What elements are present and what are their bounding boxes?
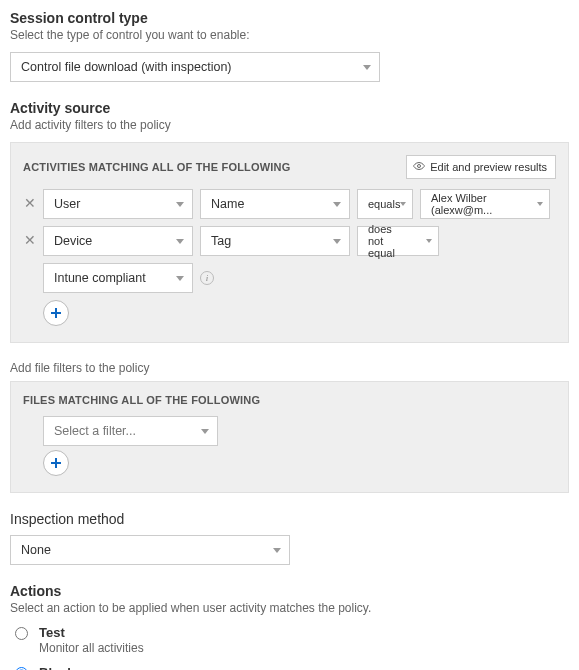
inspection-section: Inspection method None [10,511,569,565]
svg-point-0 [418,165,421,168]
plus-icon [50,457,62,469]
session-control-section: Session control type Select the type of … [10,10,569,82]
add-activity-filter-button[interactable] [43,300,69,326]
filter-attr-select[interactable]: Name [200,189,350,219]
file-filter-select[interactable]: Select a filter... [43,416,218,446]
edit-preview-button[interactable]: Edit and preview results [406,155,556,179]
edit-preview-label: Edit and preview results [430,161,547,173]
activity-source-title: Activity source [10,100,569,116]
action-option-test[interactable]: Test Monitor all activities [10,625,569,655]
action-radio-test[interactable] [15,627,28,640]
chevron-down-icon [426,239,432,243]
filter-value-select[interactable]: Alex Wilber (alexw@m... [420,189,550,219]
action-label: Test [39,625,144,640]
actions-section: Actions Select an action to be applied w… [10,583,569,670]
filter-attr-value: Name [211,197,244,211]
chevron-down-icon [201,429,209,434]
action-option-block[interactable]: Block Block file download & monitor all … [10,665,569,670]
add-file-filter-button[interactable] [43,450,69,476]
filter-value-text: Alex Wilber (alexw@m... [431,192,521,216]
inspection-select[interactable]: None [10,535,290,565]
chevron-down-icon [400,202,406,206]
session-control-value: Control file download (with inspection) [21,60,232,74]
info-icon: i [200,271,214,285]
inspection-value: None [21,543,51,557]
chevron-down-icon [176,239,184,244]
filter-op-select[interactable]: equals [357,189,413,219]
eye-icon [413,160,425,174]
file-filter-placeholder: Select a filter... [54,424,136,438]
session-control-subtitle: Select the type of control you want to e… [10,28,569,42]
chevron-down-icon [333,202,341,207]
activities-panel: ACTIVITIES MATCHING ALL OF THE FOLLOWING… [10,142,569,343]
chevron-down-icon [363,65,371,70]
activities-panel-label: ACTIVITIES MATCHING ALL OF THE FOLLOWING [23,161,291,173]
filter-op-value: equals [368,198,400,210]
chevron-down-icon [333,239,341,244]
plus-icon [50,307,62,319]
filter-op-value: does not equal [368,223,410,259]
files-panel: FILES MATCHING ALL OF THE FOLLOWING Sele… [10,381,569,493]
files-panel-label: FILES MATCHING ALL OF THE FOLLOWING [23,394,556,406]
chevron-down-icon [273,548,281,553]
filter-field-value: Device [54,234,92,248]
filter-extra-value: Intune compliant [54,271,146,285]
session-control-select[interactable]: Control file download (with inspection) [10,52,380,82]
activity-source-subtitle: Add activity filters to the policy [10,118,569,132]
activity-filter-row: ✕ User Name equals Alex Wilber (alexw@m.… [23,189,556,219]
filter-extra-select[interactable]: Intune compliant [43,263,193,293]
filter-attr-select[interactable]: Tag [200,226,350,256]
session-control-title: Session control type [10,10,569,26]
filter-field-value: User [54,197,80,211]
activity-source-section: Activity source Add activity filters to … [10,100,569,493]
inspection-title: Inspection method [10,511,569,527]
file-filters-subtitle: Add file filters to the policy [10,361,569,375]
actions-subtitle: Select an action to be applied when user… [10,601,569,615]
filter-attr-value: Tag [211,234,231,248]
activity-filter-row: Intune compliant i [23,263,556,293]
action-label: Block [39,665,261,670]
chevron-down-icon [176,276,184,281]
action-desc: Monitor all activities [39,641,144,655]
filter-field-select[interactable]: User [43,189,193,219]
chevron-down-icon [537,202,543,206]
remove-row-button[interactable]: ✕ [23,233,37,247]
activity-filter-row: ✕ Device Tag does not equal [23,226,556,256]
chevron-down-icon [176,202,184,207]
filter-op-select[interactable]: does not equal [357,226,439,256]
filter-field-select[interactable]: Device [43,226,193,256]
remove-row-button[interactable]: ✕ [23,196,37,210]
actions-title: Actions [10,583,569,599]
